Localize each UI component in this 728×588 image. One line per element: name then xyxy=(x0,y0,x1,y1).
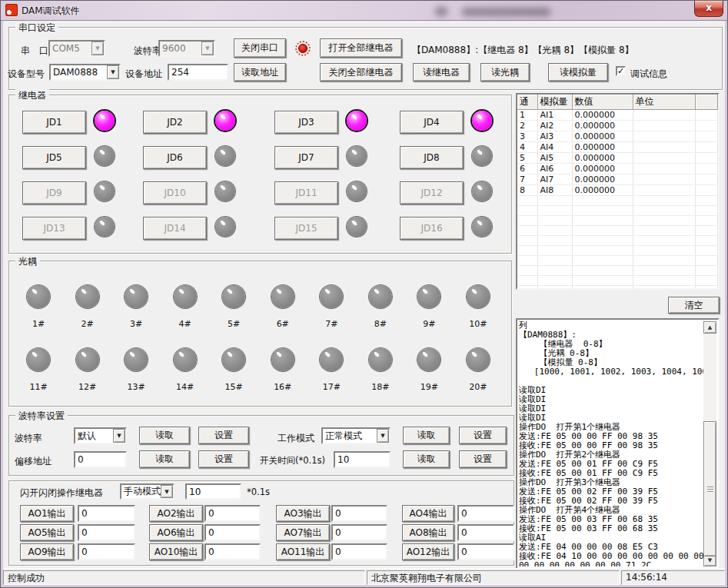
relay-led-jd7 xyxy=(347,146,367,166)
relay-button-jd8[interactable]: JD8 xyxy=(400,146,464,169)
read-address-button[interactable]: 读取地址 xyxy=(234,63,286,81)
relay-button-jd10: JD10 xyxy=(143,181,207,204)
table-row[interactable]: 5AI50.000000 xyxy=(517,153,718,164)
baud-settings-group-title: 波特率设置 xyxy=(15,410,68,423)
flash-time-input[interactable] xyxy=(185,483,241,500)
ao-row-3: AO9输出 AO10输出 AO11输出 AO12输出 xyxy=(20,543,514,560)
relay-button-jd6[interactable]: JD6 xyxy=(143,146,207,169)
scroll-up-icon[interactable]: ▲ xyxy=(703,321,716,334)
ao6-output-input[interactable] xyxy=(204,524,261,541)
ao1-output-input[interactable] xyxy=(78,505,135,522)
flash-mode-select[interactable]: 手动模式 ▼ xyxy=(120,483,175,500)
relay-button-jd2[interactable]: JD2 xyxy=(143,111,207,134)
address-input[interactable] xyxy=(168,64,228,81)
baudrate-set-button[interactable]: 设置 xyxy=(198,427,249,444)
log-scrollbar[interactable]: ▲ ▼ xyxy=(703,321,716,566)
baud-select[interactable]: 9600 ▼ xyxy=(158,40,215,57)
ao7-output-input[interactable] xyxy=(331,524,387,541)
col-header-channel[interactable]: 通 xyxy=(517,95,537,110)
baudrate-read-button[interactable]: 读取 xyxy=(139,427,190,444)
ao11-output-input[interactable] xyxy=(331,543,387,560)
offset-read-button[interactable]: 读取 xyxy=(139,450,190,468)
model-select[interactable]: DAM0888 ▼ xyxy=(49,64,121,81)
ao5-output-input[interactable] xyxy=(78,524,135,541)
offset-set-button[interactable]: 设置 xyxy=(198,450,249,468)
ao3-output-input[interactable] xyxy=(331,505,387,522)
table-row[interactable]: 4AI40.000000 xyxy=(517,142,718,153)
opto-cell: 1# xyxy=(16,285,61,329)
baudrate-label: 波特率 xyxy=(15,432,42,445)
table-row[interactable]: 8AI80.000000 xyxy=(517,185,718,196)
relay-button-jd5[interactable]: JD5 xyxy=(22,146,86,169)
col-header-value[interactable]: 数值 xyxy=(572,95,633,110)
col-header-unit[interactable]: 单位 xyxy=(633,95,695,110)
relay-button-jd4[interactable]: JD4 xyxy=(400,111,464,134)
relay-button-jd7[interactable]: JD7 xyxy=(274,146,338,169)
switch-time-read-button[interactable]: 读取 xyxy=(403,450,450,468)
ao10-output-input[interactable] xyxy=(204,543,261,560)
read-analog-button[interactable]: 读模拟量 xyxy=(548,63,608,81)
offset-address-input[interactable] xyxy=(74,451,127,468)
address-label: 设备地址 xyxy=(125,68,162,81)
table-row[interactable]: 2AI20.000000 xyxy=(517,121,718,131)
table-row-empty xyxy=(517,206,718,216)
status-bar: 控制成功 北京聚英翱翔电子有限公司 14:56:14 xyxy=(3,568,725,585)
close-serial-button[interactable]: 关闭串口 xyxy=(234,38,286,58)
switch-time-input[interactable] xyxy=(334,451,391,468)
close-button[interactable]: x xyxy=(694,1,723,17)
ao9-output-input[interactable] xyxy=(78,543,135,560)
ao6-output-button[interactable]: AO6输出 xyxy=(149,524,203,541)
switch-time-set-button[interactable]: 设置 xyxy=(459,450,507,468)
ao8-output-input[interactable] xyxy=(457,524,514,541)
opto-led-7 xyxy=(320,285,343,308)
col-header-analog[interactable]: 模拟量 xyxy=(537,95,572,110)
scrollbar-thumb[interactable] xyxy=(703,421,716,556)
ao7-output-button[interactable]: AO7输出 xyxy=(276,524,330,541)
relay-button-jd13: JD13 xyxy=(22,217,86,240)
log-output[interactable]: 列 【DAM0888】: 【继电器 0-8】 【光耦 0-8】 【模拟量 0-8… xyxy=(519,321,703,566)
table-row[interactable]: 3AI30.000000 xyxy=(517,131,718,142)
table-row[interactable]: 6AI60.000000 xyxy=(517,164,718,174)
port-select[interactable]: COM5 ▼ xyxy=(48,40,105,57)
ao8-output-button[interactable]: AO8输出 xyxy=(402,524,454,541)
ao4-output-button[interactable]: AO4输出 xyxy=(402,505,454,522)
debug-info-checkbox[interactable]: ✓ xyxy=(616,66,626,76)
chevron-down-icon[interactable]: ▼ xyxy=(201,42,214,55)
ao4-output-input[interactable] xyxy=(457,505,514,522)
relay-cell: JD2 xyxy=(143,111,274,146)
ao3-output-button[interactable]: AO3输出 xyxy=(276,505,330,522)
chevron-down-icon[interactable]: ▼ xyxy=(107,65,119,79)
clear-log-button[interactable]: 清空 xyxy=(668,297,720,314)
col-header-extra[interactable] xyxy=(695,95,718,110)
read-opto-button[interactable]: 读光耦 xyxy=(480,63,530,81)
table-row[interactable]: 7AI70.000000 xyxy=(517,174,718,185)
ao5-output-button[interactable]: AO5输出 xyxy=(20,524,74,541)
opto-led-3 xyxy=(125,285,148,308)
work-mode-read-button[interactable]: 读取 xyxy=(403,427,450,444)
ao2-output-input[interactable] xyxy=(204,505,261,522)
chevron-down-icon[interactable]: ▼ xyxy=(161,485,173,498)
ao1-output-button[interactable]: AO1输出 xyxy=(20,505,74,522)
ao12-output-input[interactable] xyxy=(457,543,514,560)
ao10-output-button[interactable]: AO10输出 xyxy=(149,543,203,560)
opto-label: 18# xyxy=(371,382,389,392)
relay-button-jd1[interactable]: JD1 xyxy=(22,111,86,134)
ao2-output-button[interactable]: AO2输出 xyxy=(149,505,203,522)
chevron-down-icon[interactable]: ▼ xyxy=(113,429,125,443)
open-all-relays-button[interactable]: 打开全部继电器 xyxy=(320,38,402,58)
ao11-output-button[interactable]: AO11输出 xyxy=(276,543,330,560)
relay-button-jd3[interactable]: JD3 xyxy=(274,111,338,134)
ao12-output-button[interactable]: AO12输出 xyxy=(402,543,454,560)
read-relays-button[interactable]: 读继电器 xyxy=(413,63,470,81)
chevron-down-icon[interactable]: ▼ xyxy=(91,42,104,55)
baudrate-select[interactable]: 默认 ▼ xyxy=(74,427,127,444)
flash-mode-select-value: 手动模式 xyxy=(121,485,161,498)
offset-address-label: 偏移地址 xyxy=(15,455,52,468)
chevron-down-icon[interactable]: ▼ xyxy=(377,429,389,443)
work-mode-select[interactable]: 正常模式 ▼ xyxy=(321,427,391,444)
close-all-relays-button[interactable]: 关闭全部继电器 xyxy=(320,63,402,81)
table-row[interactable]: 1AI10.000000 xyxy=(517,110,718,121)
opto-label: 9# xyxy=(423,319,435,329)
work-mode-set-button[interactable]: 设置 xyxy=(459,427,507,444)
ao9-output-button[interactable]: AO9输出 xyxy=(20,543,74,560)
